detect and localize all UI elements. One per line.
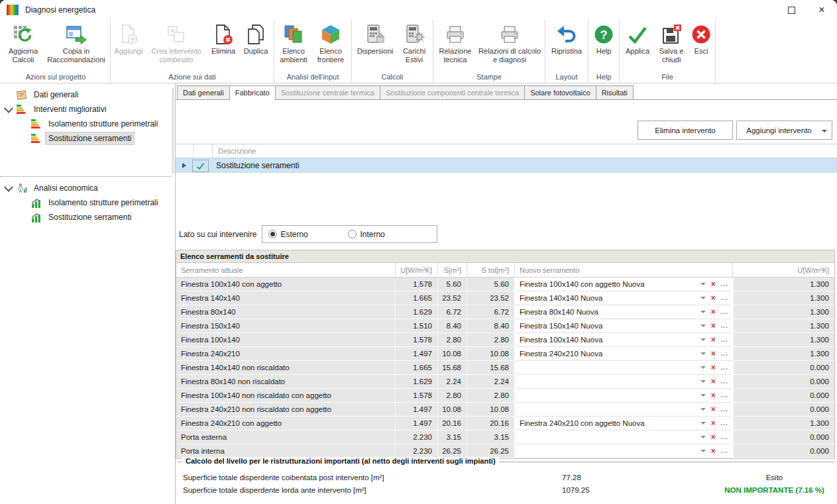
- chevron-down-icon[interactable]: [4, 183, 13, 192]
- nuovo-serramento-cell[interactable]: × ...: [514, 361, 732, 375]
- nuovo-serramento-cell[interactable]: × ...: [514, 375, 732, 389]
- browse-ellipsis-icon[interactable]: ...: [721, 295, 728, 301]
- serramento-row[interactable]: Finestra 140x140 1.665 23.52 23.52 Fines…: [176, 291, 834, 305]
- serramento-row[interactable]: Finestra 150x140 1.510 8.40 8.40 Finestr…: [176, 319, 834, 333]
- browse-ellipsis-icon[interactable]: ...: [721, 448, 728, 454]
- intervento-checkbox[interactable]: [193, 160, 208, 172]
- browse-ellipsis-icon[interactable]: ...: [721, 281, 728, 287]
- browse-ellipsis-icon[interactable]: ...: [721, 420, 728, 427]
- browse-ellipsis-icon[interactable]: ...: [721, 309, 728, 315]
- browse-ellipsis-icon[interactable]: ...: [721, 350, 728, 357]
- serramento-row[interactable]: Finestra 240x210 con aggetto 1.497 20.16…: [176, 417, 834, 430]
- aggiungi-button[interactable]: Aggiungi: [113, 21, 144, 56]
- tab-solare-fotovoltaico[interactable]: Solare fotovoltaico: [524, 85, 596, 99]
- nuovo-serramento-cell[interactable]: × ...: [514, 403, 732, 417]
- serramento-row[interactable]: Porta esterna 2.230 3.15 3.15 × ...: [176, 430, 834, 444]
- crea-intervento-combinato-button[interactable]: Crea intervento combinato: [146, 21, 207, 64]
- sidebar-item-isolamento-strutture[interactable]: Isolamento strutture perimetrali: [0, 117, 175, 131]
- clear-value-icon[interactable]: ×: [711, 308, 716, 316]
- radio-option[interactable]: Interno: [348, 230, 427, 239]
- nuovo-serramento-cell[interactable]: Finestra 240x210 con aggetto Nuova × ...: [514, 417, 732, 430]
- dropdown-caret-icon[interactable]: [700, 408, 706, 411]
- intervento-row[interactable]: Sostituzione serramenti: [176, 158, 837, 173]
- dropdown-caret-icon[interactable]: [700, 366, 706, 369]
- serramento-row[interactable]: Finestra 100x140 non riscaldato con agge…: [176, 389, 834, 403]
- elimina-button[interactable]: Elimina: [208, 21, 239, 56]
- browse-ellipsis-icon[interactable]: ...: [721, 323, 728, 329]
- serramento-row[interactable]: Finestra 140x140 non riscaldato 1.665 15…: [176, 361, 834, 375]
- relazioni-calcolo-diagnosi-button[interactable]: Relazioni di calcolo e diagnosi: [476, 21, 543, 64]
- dropdown-caret-icon[interactable]: [700, 325, 706, 327]
- tab-fabbricato[interactable]: Fabbricato: [229, 85, 276, 100]
- clear-value-icon[interactable]: ×: [711, 405, 716, 413]
- salva-e-chiudi-button[interactable]: Salva e chiudi: [655, 21, 688, 64]
- radio-option[interactable]: Esterno: [268, 230, 348, 239]
- serramento-row[interactable]: Porta interna 2.230 26.25 26.25 × ..: [176, 444, 834, 458]
- dropdown-caret-icon[interactable]: [822, 130, 827, 132]
- applica-button[interactable]: Applica: [622, 21, 653, 56]
- esci-button[interactable]: Esci: [689, 21, 713, 56]
- sidebar-item-interventi-migliorativi[interactable]: Interventi migliorativi: [0, 102, 175, 117]
- dropdown-caret-icon[interactable]: [700, 436, 706, 438]
- nuovo-serramento-cell[interactable]: × ...: [514, 430, 732, 444]
- dispersioni-button[interactable]: Dispersioni: [354, 21, 396, 56]
- nuovo-serramento-cell[interactable]: Finestra 100x140 Nuova × ...: [514, 333, 732, 347]
- clear-value-icon[interactable]: ×: [711, 447, 716, 455]
- dropdown-caret-icon[interactable]: [700, 283, 706, 285]
- serramento-row[interactable]: Finestra 240x210 non riscaldato con agge…: [176, 403, 834, 417]
- clear-value-icon[interactable]: ×: [711, 322, 716, 330]
- clear-value-icon[interactable]: ×: [711, 294, 716, 302]
- sidebar-item-analisi-isolamento[interactable]: Isolamento strutture perimetrali: [0, 195, 171, 210]
- sidebar-scrollbar[interactable]: [172, 87, 174, 174]
- aggiorna-calcoli-button[interactable]: Aggiorna Calcoli: [3, 21, 43, 64]
- dropdown-caret-icon[interactable]: [700, 338, 706, 341]
- dropdown-caret-icon[interactable]: [700, 311, 706, 313]
- browse-ellipsis-icon[interactable]: ...: [721, 434, 728, 440]
- copia-in-raccomandazioni-button[interactable]: Copia in Raccomandazioni: [44, 21, 108, 64]
- row-expander-icon[interactable]: [176, 163, 193, 168]
- clear-value-icon[interactable]: ×: [711, 433, 716, 441]
- sidebar-item-analisi-sostituzione[interactable]: Sostituzione serramenti: [0, 210, 171, 225]
- serramento-row[interactable]: Finestra 80x140 non riscaldato 1.629 2.2…: [176, 375, 834, 389]
- dropdown-caret-icon[interactable]: [700, 380, 706, 383]
- serramento-row[interactable]: Finestra 80x140 1.629 6.72 6.72 Finestra…: [176, 305, 834, 319]
- browse-ellipsis-icon[interactable]: ...: [721, 364, 728, 371]
- dropdown-caret-icon[interactable]: [700, 422, 706, 425]
- relazione-tecnica-button[interactable]: Relazione tecnica: [435, 21, 475, 64]
- clear-value-icon[interactable]: ×: [711, 364, 716, 372]
- nuovo-serramento-cell[interactable]: Finestra 80x140 Nuova × ...: [514, 305, 732, 319]
- radio-icon[interactable]: [268, 230, 277, 238]
- nuovo-serramento-cell[interactable]: Finestra 150x140 Nuova × ...: [514, 319, 732, 333]
- dropdown-caret-icon[interactable]: [700, 297, 706, 299]
- elenco-ambienti-button[interactable]: Elenco ambienti: [276, 21, 311, 64]
- serramento-row[interactable]: Finestra 100x140 con aggetto 1.578 5.60 …: [176, 277, 834, 291]
- dropdown-caret-icon[interactable]: [700, 352, 706, 355]
- nuovo-serramento-cell[interactable]: Finestra 240x210 Nuova × ...: [514, 347, 732, 361]
- tab-dati-generali[interactable]: Dati generali: [177, 85, 230, 99]
- elenco-frontiere-button[interactable]: Elenco frontiere: [312, 21, 349, 64]
- nuovo-serramento-cell[interactable]: Finestra 100x140 con aggetto Nuova × ...: [514, 277, 732, 291]
- carichi-estivi-button[interactable]: Carichi Estivi: [398, 21, 431, 64]
- help-button[interactable]: Help: [590, 21, 617, 56]
- dropdown-caret-icon[interactable]: [700, 450, 706, 452]
- clear-value-icon[interactable]: ×: [711, 378, 716, 385]
- browse-ellipsis-icon[interactable]: ...: [721, 336, 728, 343]
- browse-ellipsis-icon[interactable]: ...: [721, 378, 728, 385]
- sidebar-item-analisi-economica[interactable]: Analisi economica: [0, 181, 171, 195]
- dropdown-caret-icon[interactable]: [700, 394, 706, 397]
- ripristina-button[interactable]: Ripristina: [547, 21, 586, 56]
- elimina-intervento-button[interactable]: Elimina intervento: [638, 121, 733, 140]
- aggiungi-intervento-button[interactable]: Aggiungi intervento: [736, 121, 832, 140]
- nuovo-serramento-cell[interactable]: × ...: [514, 444, 732, 458]
- radio-icon[interactable]: [348, 230, 357, 238]
- serramento-row[interactable]: Finestra 100x140 1.578 2.80 2.80 Finestr…: [176, 333, 834, 347]
- nuovo-serramento-cell[interactable]: Finestra 140x140 Nuova × ...: [514, 291, 732, 305]
- serramento-row[interactable]: Finestra 240x210 1.497 10.08 10.08 Fines…: [176, 347, 834, 361]
- clear-value-icon[interactable]: ×: [711, 350, 716, 358]
- nuovo-serramento-cell[interactable]: × ...: [514, 389, 732, 403]
- clear-value-icon[interactable]: ×: [711, 419, 716, 427]
- sidebar-item-sostituzione-serramenti[interactable]: Sostituzione serramenti: [0, 131, 175, 146]
- browse-ellipsis-icon[interactable]: ...: [721, 406, 728, 413]
- maximize-button[interactable]: [776, 0, 807, 20]
- clear-value-icon[interactable]: ×: [711, 280, 716, 288]
